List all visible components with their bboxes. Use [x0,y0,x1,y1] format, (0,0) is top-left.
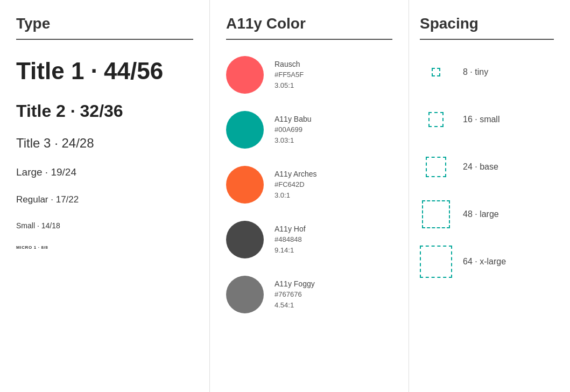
type-regular-label: Regular · 17/22 [16,194,193,206]
color-circle-babu [226,111,264,149]
color-info-foggy: A11y Foggy #767676 4.54:1 [275,278,315,311]
color-ratio-arches: 3.0:1 [275,190,317,201]
color-ratio-rausch: 3.05:1 [275,80,304,91]
color-item-arches: A11y Arches #FC642D 3.0:1 [226,166,392,204]
spacing-label-tiny: 8 · tiny [463,67,488,77]
type-item-large: Large · 19/24 [16,166,193,179]
color-info-hof: A11y Hof #484848 9.14:1 [275,223,306,256]
type-item-title3: Title 3 · 24/28 [16,136,193,151]
spacing-box-xlarge [420,246,452,278]
color-info-rausch: Rausch #FF5A5F 3.05:1 [275,59,304,91]
spacing-box-base [426,157,446,177]
color-hex-rausch: #FF5A5F [275,69,304,80]
spacing-box-large [422,200,450,228]
color-hex-hof: #484848 [275,234,306,245]
color-header: A11y Color [226,15,392,40]
spacing-box-tiny-container [420,56,452,88]
color-name-babu: A11y Babu [275,114,312,124]
spacing-item-small: 16 · small [420,103,554,136]
color-hex-babu: #00A699 [275,124,312,135]
type-micro-label: MICRO 1 · 8/8 [16,246,193,250]
type-title2-label: Title 2 · 32/36 [16,101,193,121]
spacing-item-tiny: 8 · tiny [420,56,554,88]
type-item-regular: Regular · 17/22 [16,194,193,206]
type-title3-label: Title 3 · 24/28 [16,136,193,151]
spacing-box-small [428,112,444,127]
spacing-box-xlarge-container [420,246,452,278]
color-hex-arches: #FC642D [275,179,317,190]
color-item-babu: A11y Babu #00A699 3.03:1 [226,111,392,149]
type-item-title1: Title 1 · 44/56 [16,56,193,86]
spacing-header: Spacing [420,15,554,40]
color-info-arches: A11y Arches #FC642D 3.0:1 [275,169,317,201]
spacing-label-base: 24 · base [463,162,498,172]
main-container: Type Title 1 · 44/56 Title 2 · 32/36 Tit… [0,0,570,392]
spacing-label-xlarge: 64 · x-large [463,257,506,267]
color-name-hof: A11y Hof [275,223,306,234]
color-name-rausch: Rausch [275,59,304,69]
type-title1-label: Title 1 · 44/56 [16,56,193,86]
spacing-column: Spacing 8 · tiny 16 · small 24 · base 48… [409,0,570,392]
color-circle-arches [226,166,264,204]
color-ratio-hof: 9.14:1 [275,245,306,256]
color-circle-foggy [226,276,264,313]
type-header: Type [16,15,193,40]
type-item-micro: MICRO 1 · 8/8 [16,246,193,250]
color-circle-rausch [226,56,264,94]
color-ratio-foggy: 4.54:1 [275,300,315,311]
color-item-foggy: A11y Foggy #767676 4.54:1 [226,276,392,313]
type-large-label: Large · 19/24 [16,166,193,179]
color-circle-hof [226,221,264,258]
type-small-label: Small · 14/18 [16,221,193,230]
spacing-label-large: 48 · large [463,209,499,219]
spacing-item-xlarge: 64 · x-large [420,246,554,278]
spacing-box-base-container [420,151,452,183]
color-info-babu: A11y Babu #00A699 3.03:1 [275,114,312,146]
color-item-hof: A11y Hof #484848 9.14:1 [226,221,392,258]
type-item-title2: Title 2 · 32/36 [16,101,193,121]
color-name-foggy: A11y Foggy [275,278,315,289]
type-column: Type Title 1 · 44/56 Title 2 · 32/36 Tit… [0,0,210,392]
color-item-rausch: Rausch #FF5A5F 3.05:1 [226,56,392,94]
spacing-box-small-container [420,103,452,136]
spacing-box-large-container [420,198,452,230]
color-name-arches: A11y Arches [275,169,317,179]
type-item-small: Small · 14/18 [16,221,193,230]
color-hex-foggy: #767676 [275,289,315,300]
spacing-item-base: 24 · base [420,151,554,183]
color-column: A11y Color Rausch #FF5A5F 3.05:1 A11y Ba… [210,0,409,392]
spacing-label-small: 16 · small [463,115,499,124]
spacing-item-large: 48 · large [420,198,554,230]
spacing-box-tiny [432,68,440,76]
color-ratio-babu: 3.03:1 [275,135,312,146]
